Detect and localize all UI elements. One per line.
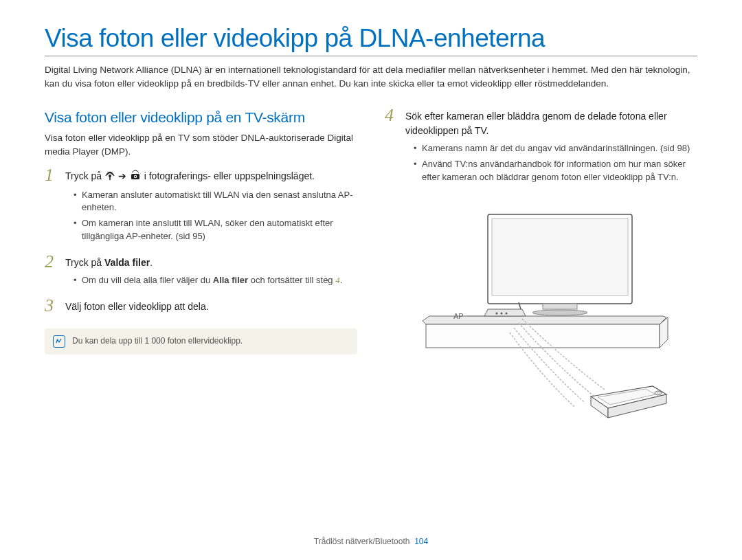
step-number: 3: [45, 297, 61, 315]
svg-point-13: [501, 312, 503, 314]
step-number: 2: [45, 253, 61, 271]
camera-wifi-icon: [129, 170, 142, 185]
step4-text: Sök efter kameran eller bläddra genom de…: [405, 111, 667, 136]
arrow-text: ➔: [118, 170, 129, 181]
step2-bullet-a: Om du vill dela alla filer väljer du: [82, 275, 213, 285]
step2-bullet-c: och fortsätter till steg: [248, 275, 335, 285]
note-icon: [53, 335, 65, 348]
step-4: 4 Sök efter kameran eller bläddra genom …: [385, 109, 697, 187]
step2-bold: Valda filer: [104, 257, 150, 268]
step2-bullet: Om du vill dela alla filer väljer du All…: [74, 274, 357, 287]
section-heading: Visa foton eller videoklipp på en TV-skä…: [45, 109, 357, 126]
right-column: 4 Sök efter kameran eller bläddra genom …: [385, 109, 697, 423]
svg-point-4: [135, 175, 136, 177]
step1-text-post: i fotograferings- eller uppspelningsläge…: [144, 170, 315, 181]
svg-point-14: [506, 312, 508, 314]
step1-text-pre: Tryck på: [65, 170, 104, 181]
step4-bullet: Kamerans namn är det du angav vid använd…: [414, 142, 697, 155]
step-number: 4: [385, 107, 401, 124]
section-subtext: Visa foton eller videoklipp på en TV som…: [45, 131, 357, 158]
step3-text: Välj foton eller videoklipp att dela.: [65, 300, 357, 314]
page-title: Visa foton eller videokipp på DLNA-enhet…: [45, 24, 697, 56]
left-column: Visa foton eller videoklipp på en TV-skä…: [45, 109, 357, 423]
svg-point-16: [655, 391, 662, 395]
step4-bullet: Använd TV:ns användarhandbok för informa…: [414, 158, 697, 184]
wifi-antenna-icon: [104, 170, 115, 185]
page-footer: Trådlöst nätverk/Bluetooth 104: [0, 537, 742, 546]
step1-bullet: Kameran ansluter automatiskt till WLAN v…: [74, 189, 357, 215]
dlna-illustration: AP: [385, 201, 697, 423]
svg-rect-6: [492, 219, 628, 295]
note-text: Du kan dela upp till 1 000 foton ellervi…: [72, 335, 243, 347]
step-2: 2 Tryck på Valda filer. Om du vill dela …: [45, 256, 357, 290]
step-number: 1: [45, 166, 61, 184]
svg-rect-9: [426, 324, 660, 348]
step2-text: Tryck på: [65, 257, 104, 268]
step2-bullet-e: .: [340, 275, 343, 285]
ap-label: AP: [453, 312, 464, 320]
page-number: 104: [414, 537, 428, 546]
intro-paragraph: Digital Living Network Alliance (DLNA) ä…: [45, 63, 697, 90]
step1-bullet: Om kameran inte anslutit till WLAN, söke…: [74, 217, 357, 243]
svg-point-8: [532, 310, 587, 315]
step-3: 3 Välj foton eller videoklipp att dela.: [45, 300, 357, 315]
svg-point-12: [496, 312, 498, 314]
step-1: 1 Tryck på ➔ i fotograferings- eller upp…: [45, 169, 357, 246]
step2-bullet-bold: Alla filer: [213, 275, 248, 285]
svg-rect-7: [543, 304, 577, 309]
note-box: Du kan dela upp till 1 000 foton ellervi…: [45, 328, 357, 355]
step2-text-end: .: [150, 257, 153, 268]
svg-rect-1: [109, 177, 111, 180]
footer-text: Trådlöst nätverk/Bluetooth: [314, 537, 410, 546]
